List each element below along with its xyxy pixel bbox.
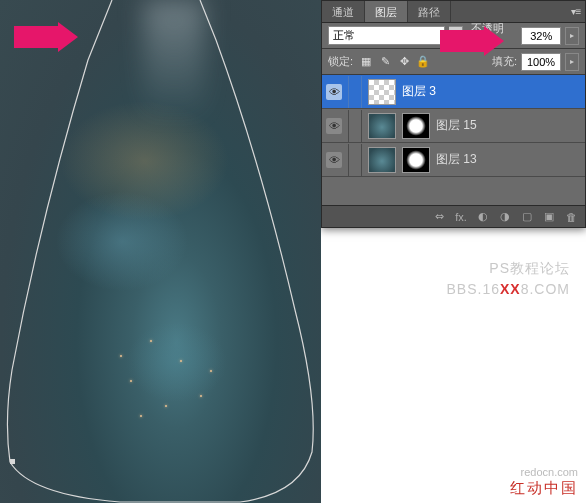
layer-name[interactable]: 图层 13 xyxy=(436,151,477,168)
watermark-text: PS教程论坛 BBS.16XX8.COM xyxy=(446,258,570,300)
lock-buttons: ▦ ✎ ✥ 🔒 xyxy=(357,53,432,71)
layers-list: 👁 图层 3 👁 图层 15 👁 图层 13 xyxy=(322,75,585,205)
layer-row[interactable]: 👁 图层 3 xyxy=(322,75,585,109)
watermark-part: 8.COM xyxy=(521,281,570,297)
annotation-arrow-icon xyxy=(14,22,78,52)
layer-thumbnail[interactable] xyxy=(368,113,396,139)
lock-all-icon[interactable]: 🔒 xyxy=(414,53,432,71)
opacity-slider-icon[interactable]: ▸ xyxy=(565,27,579,45)
add-mask-icon[interactable]: ◐ xyxy=(475,210,491,223)
adjustment-icon[interactable]: ◑ xyxy=(497,210,513,223)
lock-position-icon[interactable]: ✥ xyxy=(395,53,413,71)
layer-name[interactable]: 图层 15 xyxy=(436,117,477,134)
visibility-icon[interactable]: 👁 xyxy=(326,84,342,100)
visibility-icon[interactable]: 👁 xyxy=(326,152,342,168)
link-layers-icon[interactable]: ⇔ xyxy=(431,210,447,223)
layer-thumbnail[interactable] xyxy=(368,79,396,105)
blend-mode-select[interactable]: 正常 xyxy=(328,26,445,45)
pen-path-overlay xyxy=(0,0,321,503)
tab-paths[interactable]: 路径 xyxy=(408,1,451,22)
link-column[interactable] xyxy=(348,110,362,142)
opacity-input[interactable]: 32% xyxy=(521,27,561,45)
fill-input[interactable]: 100% xyxy=(521,53,561,71)
new-layer-icon[interactable]: ▣ xyxy=(541,210,557,223)
layer-name[interactable]: 图层 3 xyxy=(402,83,436,100)
document-canvas[interactable] xyxy=(0,0,321,503)
fill-label: 填充: xyxy=(492,54,517,69)
lock-transparency-icon[interactable]: ▦ xyxy=(357,53,375,71)
panel-menu-icon[interactable]: ▾≡ xyxy=(567,1,585,22)
watermark-line1: PS教程论坛 xyxy=(446,258,570,279)
layer-mask-thumbnail[interactable] xyxy=(402,147,430,173)
new-group-icon[interactable]: ▢ xyxy=(519,210,535,223)
layer-thumbnail[interactable] xyxy=(368,147,396,173)
panel-footer: ⇔ fx. ◐ ◑ ▢ ▣ 🗑 xyxy=(322,205,585,227)
link-column[interactable] xyxy=(348,144,362,176)
watermark-url: redocn.com xyxy=(510,466,578,479)
fill-slider-icon[interactable]: ▸ xyxy=(565,53,579,71)
watermark-brand: 红动中国 xyxy=(510,479,578,497)
svg-rect-0 xyxy=(10,459,15,464)
delete-layer-icon[interactable]: 🗑 xyxy=(563,211,579,223)
layer-mask-thumbnail[interactable] xyxy=(402,113,430,139)
tab-channels[interactable]: 通道 xyxy=(322,1,365,22)
fx-icon[interactable]: fx. xyxy=(453,211,469,223)
panel-tabs: 通道 图层 路径 ▾≡ xyxy=(322,1,585,23)
layer-row[interactable]: 👁 图层 13 xyxy=(322,143,585,177)
link-column[interactable] xyxy=(348,76,362,108)
watermark-line2: BBS.16XX8.COM xyxy=(446,279,570,300)
layer-row[interactable]: 👁 图层 15 xyxy=(322,109,585,143)
annotation-arrow-icon xyxy=(440,26,504,56)
corner-watermark: redocn.com 红动中国 xyxy=(510,466,578,497)
watermark-part: BBS.16 xyxy=(446,281,499,297)
watermark-part: XX xyxy=(500,281,521,297)
visibility-icon[interactable]: 👁 xyxy=(326,118,342,134)
lock-label: 锁定: xyxy=(328,54,353,69)
lock-pixels-icon[interactable]: ✎ xyxy=(376,53,394,71)
tab-layers[interactable]: 图层 xyxy=(365,1,408,22)
